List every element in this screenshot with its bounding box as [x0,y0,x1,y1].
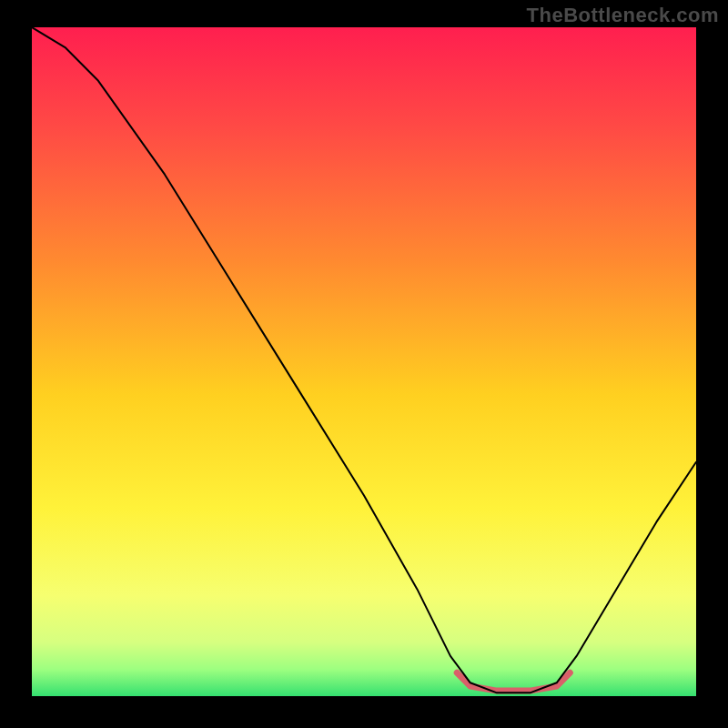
chart-plot-area [32,27,696,696]
chart-svg [32,27,696,696]
chart-frame: TheBottleneck.com [0,0,728,728]
watermark-text: TheBottleneck.com [527,4,719,27]
